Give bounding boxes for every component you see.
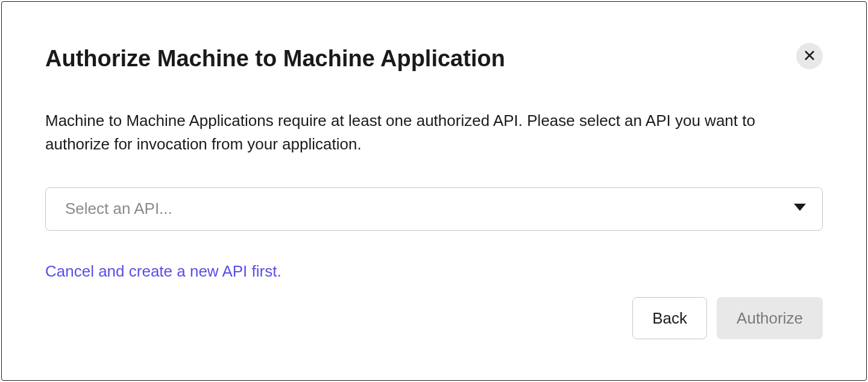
cancel-create-api-link[interactable]: Cancel and create a new API first. bbox=[45, 262, 281, 281]
dialog-title: Authorize Machine to Machine Application bbox=[45, 45, 505, 73]
api-select[interactable]: Select an API... bbox=[45, 187, 823, 231]
dialog-description: Machine to Machine Applications require … bbox=[45, 109, 805, 156]
close-icon bbox=[804, 50, 815, 63]
close-button[interactable] bbox=[796, 43, 823, 69]
authorize-button[interactable]: Authorize bbox=[717, 297, 823, 339]
back-button[interactable]: Back bbox=[632, 297, 707, 339]
api-select-wrapper: Select an API... bbox=[45, 187, 823, 231]
dialog-footer: Back Authorize bbox=[632, 297, 823, 339]
api-select-placeholder: Select an API... bbox=[65, 199, 172, 218]
dialog-header: Authorize Machine to Machine Application bbox=[45, 45, 823, 73]
authorize-dialog: Authorize Machine to Machine Application… bbox=[1, 1, 867, 381]
